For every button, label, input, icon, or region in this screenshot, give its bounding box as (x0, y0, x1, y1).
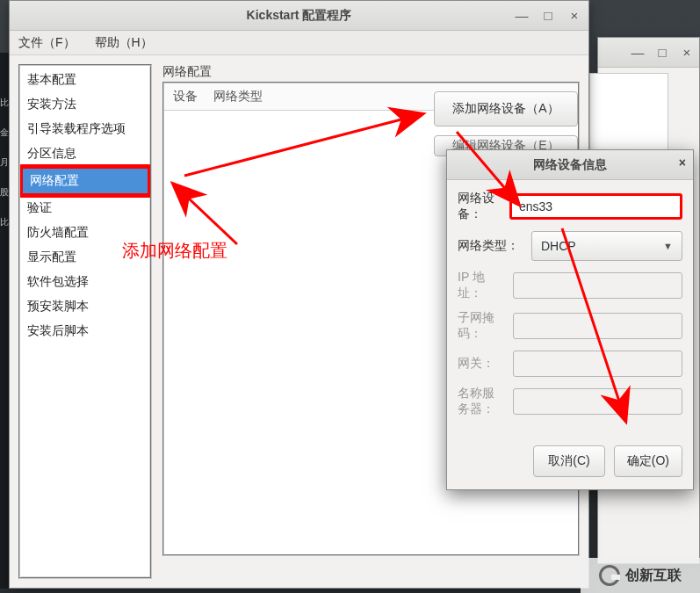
device-label: 网络设备： (458, 191, 502, 222)
window-title: Kickstart 配置程序 (10, 8, 588, 24)
minimize-icon[interactable]: — (629, 43, 646, 61)
gateway-label: 网关： (458, 356, 506, 372)
netmask-input (513, 313, 682, 339)
network-device-input[interactable] (509, 193, 682, 220)
sidebar: 基本配置 安装方法 引导装载程序选项 分区信息 网络配置 验证 防火墙配置 显示… (18, 64, 152, 579)
menubar: 文件（F） 帮助（H） (10, 31, 588, 55)
sidebar-item-packages[interactable]: 软件包选择 (20, 270, 150, 294)
panel-title: 网络配置 (162, 64, 580, 80)
sidebar-item-prescript[interactable]: 预安装脚本 (20, 294, 150, 319)
maximize-icon[interactable]: □ (539, 6, 557, 24)
col-type[interactable]: 网络类型 (213, 89, 263, 105)
network-type-value: DHCP (541, 239, 576, 253)
desktop-left-strip: 比金月股比 (0, 53, 9, 589)
dialog-title: 网络设备信息 (447, 157, 693, 173)
close-icon[interactable]: × (566, 6, 583, 24)
action-buttons: 添加网络设备（A） 编辑网络设备（E） (434, 91, 578, 156)
sidebar-item-postscript[interactable]: 安装后脚本 (20, 319, 150, 344)
cancel-button[interactable]: 取消(C) (533, 445, 604, 477)
watermark-text: 创新互联 (625, 567, 682, 585)
titlebar: Kickstart 配置程序 — □ × (10, 1, 588, 31)
ip-label: IP 地址： (458, 270, 506, 301)
menu-file[interactable]: 文件（F） (18, 35, 76, 51)
sidebar-item-partition[interactable]: 分区信息 (20, 141, 150, 166)
nameserver-label: 名称服务器： (458, 386, 506, 417)
menu-help[interactable]: 帮助（H） (95, 35, 153, 51)
ok-button[interactable]: 确定(O) (614, 445, 682, 477)
add-network-device-button[interactable]: 添加网络设备（A） (434, 91, 578, 127)
maximize-icon[interactable]: □ (653, 43, 671, 61)
close-icon[interactable]: × (678, 43, 696, 61)
nameserver-input (513, 388, 682, 415)
network-device-dialog: 网络设备信息 × 网络设备： 网络类型： DHCP ▼ IP 地址： 子网掩码：… (446, 149, 694, 490)
dialog-titlebar: 网络设备信息 × (447, 150, 693, 180)
sidebar-item-basic[interactable]: 基本配置 (20, 68, 150, 92)
sidebar-item-install[interactable]: 安装方法 (20, 92, 150, 117)
annotation-text: 添加网络配置 (122, 239, 227, 263)
sidebar-item-bootloader[interactable]: 引导装载程序选项 (20, 117, 150, 141)
sidebar-item-auth[interactable]: 验证 (20, 196, 150, 221)
chevron-down-icon: ▼ (663, 241, 673, 251)
bgwin-titlebar: — □ × (598, 38, 699, 68)
col-device[interactable]: 设备 (173, 89, 198, 105)
close-icon[interactable]: × (679, 155, 686, 170)
netmask-label: 子网掩码： (458, 310, 506, 342)
watermark: 创新互联 (581, 558, 700, 593)
nettype-label: 网络类型： (458, 238, 524, 254)
minimize-icon[interactable]: — (513, 6, 530, 24)
sidebar-item-network[interactable]: 网络配置 (20, 166, 150, 196)
ip-input (513, 272, 682, 299)
gateway-input (513, 351, 682, 377)
watermark-logo-icon (599, 565, 620, 586)
network-type-select[interactable]: DHCP ▼ (531, 231, 682, 261)
